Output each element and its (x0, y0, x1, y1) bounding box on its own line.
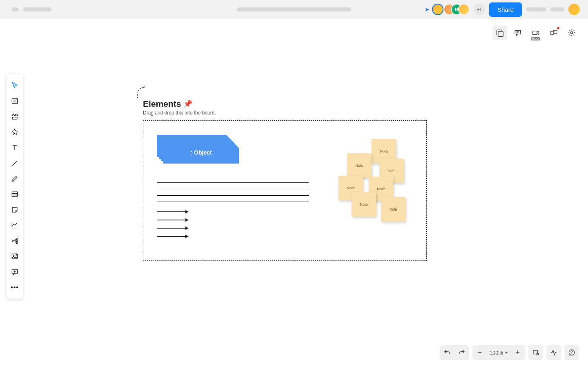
arrow-element[interactable] (157, 218, 189, 222)
line-elements[interactable] (157, 182, 309, 208)
chevron-down-icon (505, 352, 508, 354)
history-group (440, 345, 469, 360)
arrow-element[interactable] (157, 235, 189, 238)
zoom-out-button[interactable]: − (472, 345, 487, 360)
pin-icon: 📌 (183, 99, 192, 108)
zoom-in-button[interactable]: + (510, 345, 525, 360)
fit-view-button[interactable] (528, 345, 543, 360)
object-card[interactable]: : Object (163, 141, 239, 164)
line-element[interactable] (157, 182, 309, 183)
sticky-note[interactable]: Note (381, 197, 405, 222)
elements-title-text: Elements (143, 99, 181, 109)
line-element[interactable] (157, 189, 309, 190)
arrow-element[interactable] (157, 227, 189, 230)
sticky-note[interactable]: Note (347, 153, 372, 178)
line-element[interactable] (157, 195, 309, 196)
svg-point-34 (572, 354, 572, 354)
elements-heading: Elements 📌 (143, 99, 192, 109)
sticky-notes-cluster[interactable]: Note Note Note Note Note Note Note (337, 135, 419, 229)
arrow-elements[interactable] (157, 210, 189, 243)
board-canvas[interactable]: Elements 📌 Drag and drop this into the b… (0, 0, 588, 368)
sticky-note[interactable]: Note (352, 192, 376, 217)
activity-button[interactable] (546, 345, 561, 360)
help-button[interactable] (564, 345, 579, 360)
undo-button[interactable] (440, 345, 454, 360)
line-element[interactable] (157, 202, 309, 202)
zoom-level[interactable]: 100% (487, 350, 510, 356)
redo-button[interactable] (454, 345, 469, 360)
arrow-decoration-icon (136, 84, 152, 100)
zoom-group: − 100% + (472, 345, 525, 360)
arrow-element[interactable] (157, 210, 189, 213)
elements-subtitle: Drag and drop this into the board. (143, 110, 216, 116)
bottom-controls: − 100% + (440, 345, 579, 360)
